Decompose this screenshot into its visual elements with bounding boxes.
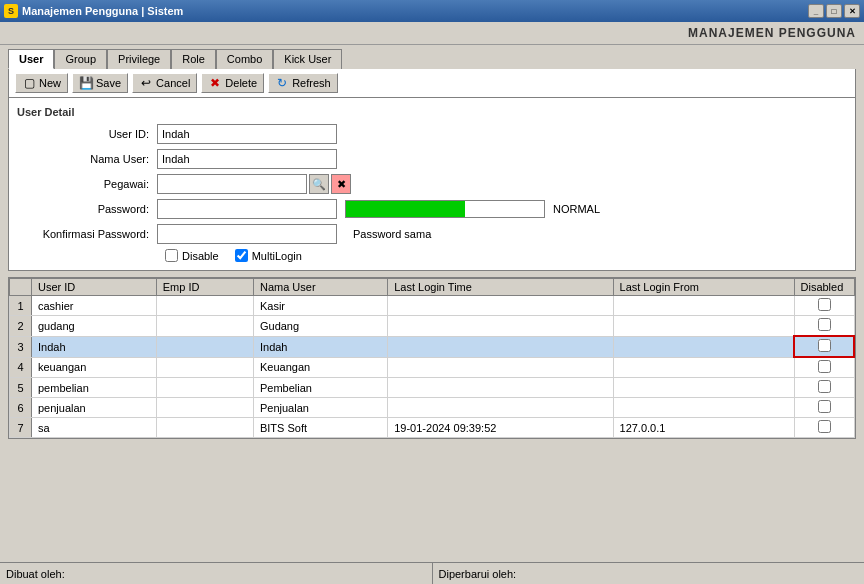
table-row[interactable]: 1cashierKasir [10,296,855,316]
table-row[interactable]: 4keuanganKeuangan [10,357,855,378]
cell-lastlogintime: 19-01-2024 09:39:52 [388,418,613,438]
cell-disabled [794,316,854,337]
form-panel: User Detail User ID: Nama User: Pegawai:… [8,98,856,271]
disabled-checkbox[interactable] [818,380,831,393]
cell-num: 4 [10,357,32,378]
table-header-row: User ID Emp ID Nama User Last Login Time… [10,279,855,296]
cell-userid: Indah [32,336,157,357]
pegawai-label: Pegawai: [17,178,157,190]
table-row[interactable]: 7saBITS Soft19-01-2024 09:39:52127.0.0.1 [10,418,855,438]
disabled-checkbox[interactable] [818,339,831,352]
cell-empid [156,418,253,438]
pegawai-search-button[interactable]: 🔍 [309,174,329,194]
toolbar: ▢ New 💾 Save ↩ Cancel ✖ Delete ↻ Refresh [8,69,856,98]
tab-group[interactable]: Group [54,49,107,69]
cell-lastloginfrom [613,378,794,398]
disable-label: Disable [182,250,219,262]
cell-disabled [794,398,854,418]
col-namauser: Nama User [253,279,387,296]
table-row[interactable]: 5pembelianPembelian [10,378,855,398]
pegawai-row: Pegawai: 🔍 ✖ [17,174,847,194]
tab-role[interactable]: Role [171,49,216,69]
tab-combo[interactable]: Combo [216,49,273,69]
created-segment: Dibuat oleh: [0,563,433,584]
cell-userid: penjualan [32,398,157,418]
delete-icon: ✖ [208,76,222,90]
pegawai-clear-button[interactable]: ✖ [331,174,351,194]
cell-userid: cashier [32,296,157,316]
konfirmasi-label: Konfirmasi Password: [17,228,157,240]
cell-lastlogintime [388,357,613,378]
multilogin-option: MultiLogin [235,249,302,262]
cell-empid [156,296,253,316]
new-button[interactable]: ▢ New [15,73,68,93]
disabled-checkbox[interactable] [818,318,831,331]
userid-row: User ID: [17,124,847,144]
password-match-text: Password sama [353,228,431,240]
cell-namauser: Gudang [253,316,387,337]
updated-segment: Diperbarui oleh: [433,563,865,584]
cell-num: 3 [10,336,32,357]
cell-disabled [794,296,854,316]
restore-button[interactable]: □ [826,4,842,18]
tabs-row: User Group Privilege Role Combo Kick Use… [8,49,856,69]
updated-label: Diperbarui oleh: [439,568,517,580]
cell-namauser: BITS Soft [253,418,387,438]
cell-lastloginfrom: 127.0.0.1 [613,418,794,438]
password-status: NORMAL [553,203,600,215]
cell-num: 5 [10,378,32,398]
cell-lastloginfrom [613,398,794,418]
cell-num: 6 [10,398,32,418]
save-button[interactable]: 💾 Save [72,73,128,93]
col-empid: Emp ID [156,279,253,296]
cell-empid [156,316,253,337]
disabled-checkbox[interactable] [818,420,831,433]
tab-privilege[interactable]: Privilege [107,49,171,69]
header-label: MANAJEMEN PENGGUNA [688,26,856,40]
password-input[interactable] [157,199,337,219]
cell-lastlogintime [388,336,613,357]
cell-userid: gudang [32,316,157,337]
cancel-icon: ↩ [139,76,153,90]
cell-userid: keuangan [32,357,157,378]
table-row[interactable]: 6penjualanPenjualan [10,398,855,418]
cell-lastlogintime [388,398,613,418]
disabled-checkbox[interactable] [818,360,831,373]
cell-empid [156,336,253,357]
cell-num: 7 [10,418,32,438]
konfirmasi-row: Konfirmasi Password: Password sama [17,224,847,244]
disabled-checkbox[interactable] [818,298,831,311]
cell-num: 1 [10,296,32,316]
cell-empid [156,398,253,418]
cell-lastloginfrom [613,357,794,378]
delete-button[interactable]: ✖ Delete [201,73,264,93]
close-button[interactable]: ✕ [844,4,860,18]
window-title: Manajemen Pengguna | Sistem [22,5,183,17]
tab-kickuser[interactable]: Kick User [273,49,342,69]
pegawai-input[interactable] [157,174,307,194]
disable-option: Disable [165,249,219,262]
cell-lastlogintime [388,296,613,316]
created-label: Dibuat oleh: [6,568,65,580]
table-row[interactable]: 2gudangGudang [10,316,855,337]
form-section-title: User Detail [17,106,847,118]
disable-checkbox[interactable] [165,249,178,262]
cell-num: 2 [10,316,32,337]
refresh-icon: ↻ [275,76,289,90]
table-row[interactable]: 3IndahIndah [10,336,855,357]
userid-label: User ID: [17,128,157,140]
tab-user[interactable]: User [8,49,54,69]
disabled-checkbox[interactable] [818,400,831,413]
konfirmasi-input[interactable] [157,224,337,244]
cell-lastloginfrom [613,336,794,357]
cancel-button[interactable]: ↩ Cancel [132,73,197,93]
new-icon: ▢ [22,76,36,90]
multilogin-checkbox[interactable] [235,249,248,262]
password-label: Password: [17,203,157,215]
namauser-input[interactable] [157,149,337,169]
refresh-button[interactable]: ↻ Refresh [268,73,338,93]
minimize-button[interactable]: _ [808,4,824,18]
cell-lastloginfrom [613,296,794,316]
save-icon: 💾 [79,76,93,90]
userid-input[interactable] [157,124,337,144]
